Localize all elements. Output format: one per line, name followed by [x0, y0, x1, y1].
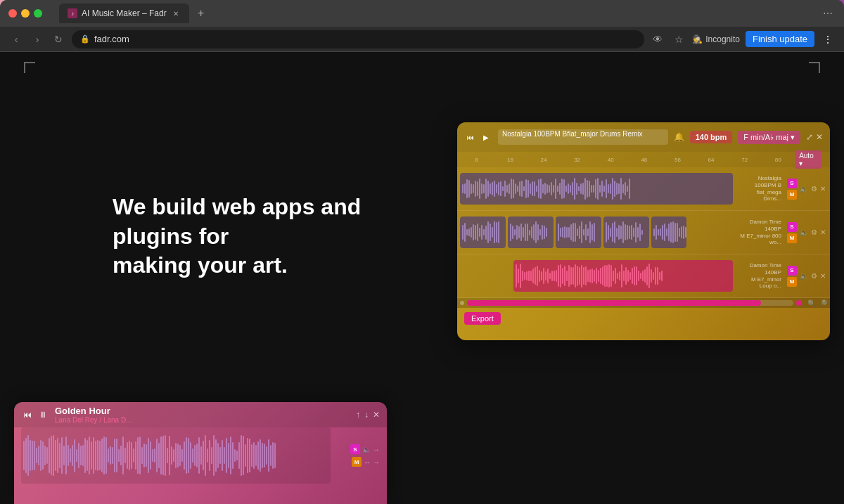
- bottom-play-button[interactable]: ⏸: [37, 408, 49, 421]
- track-2-volume-icon[interactable]: 🔈: [800, 228, 808, 236]
- track-2-mute-button[interactable]: M: [787, 233, 797, 243]
- bottom-mute-button[interactable]: M: [352, 457, 362, 467]
- track-3-knob-icon[interactable]: ⚙: [811, 272, 817, 280]
- privacy-eye-icon[interactable]: 👁: [650, 32, 665, 47]
- waveform-bars-3: [513, 260, 733, 292]
- refresh-button[interactable]: ↻: [51, 32, 66, 47]
- export-button[interactable]: Export: [464, 312, 501, 325]
- ruler-mark: 48: [627, 157, 661, 163]
- bottom-track-controls: S 🔈 → M ↔ →: [331, 444, 380, 467]
- waveform-block-2c: [556, 217, 601, 248]
- track-1-solo-button[interactable]: S: [787, 179, 797, 188]
- forward-button[interactable]: ›: [30, 32, 45, 47]
- active-tab[interactable]: ♪ AI Music Maker – Fadr ✕: [59, 4, 189, 23]
- key-badge[interactable]: F min/A♭ maj ▾: [738, 131, 800, 144]
- address-bar: ‹ › ↻ 🔒 fadr.com 👁 ☆ 🕵 Incognito Finish …: [0, 27, 844, 52]
- new-tab-button[interactable]: +: [192, 4, 210, 22]
- close-button[interactable]: [8, 9, 17, 18]
- track-lane-1: Nostalgia 100BPM B flat_mega Drms... S M…: [457, 167, 830, 211]
- title-bar-right-controls: ⋯: [820, 6, 836, 21]
- daw-title-text: Nostalgia 100BPM Bflat_major Drums Remix: [502, 130, 643, 138]
- bottom-send-icon[interactable]: ↔: [364, 458, 371, 466]
- bottom-prev-button[interactable]: ⏮: [21, 408, 34, 421]
- ruler-mark: 8: [460, 157, 494, 163]
- track-3-controls: Damon Time 140BP M E7_minor Loup o... S …: [738, 254, 830, 297]
- corner-decoration-tr: [802, 59, 823, 80]
- bottom-control-row-2: M ↔ →: [352, 457, 380, 467]
- bottom-waveform[interactable]: [21, 427, 331, 484]
- ruler-mark: 64: [694, 157, 728, 163]
- bottom-down-icon[interactable]: ↓: [364, 410, 369, 420]
- track-1-mute-button[interactable]: M: [787, 190, 797, 200]
- daw-bottom-header: ⏮ ⏸ Golden Hour Lana Del Rey / Lana D...…: [14, 402, 387, 427]
- maximize-button[interactable]: [34, 9, 42, 18]
- incognito-label: Incognito: [705, 34, 740, 44]
- bottom-track-subtitle: Lana Del Rey / Lana D...: [55, 416, 132, 424]
- track-3-more-icon[interactable]: ✕: [820, 272, 826, 280]
- ruler-mark: 40: [594, 157, 627, 163]
- tab-close-button[interactable]: ✕: [171, 8, 181, 18]
- daw-header: ⏮ ▶ Nostalgia 100BPM Bflat_major Drums R…: [457, 122, 830, 152]
- window-options-icon[interactable]: ⋯: [820, 6, 836, 21]
- daw-prev-button[interactable]: ⏮: [464, 131, 477, 143]
- bottom-route-icon[interactable]: →: [373, 458, 380, 466]
- track-2-sm-buttons: S M: [787, 222, 797, 243]
- auto-badge[interactable]: Auto ▾: [795, 150, 821, 169]
- bottom-arrow-icon[interactable]: →: [373, 446, 380, 453]
- track-1-more-icon[interactable]: ✕: [820, 185, 826, 193]
- track-3-mute-button[interactable]: M: [787, 277, 797, 287]
- bookmark-icon[interactable]: ☆: [671, 32, 686, 47]
- daw-close-icon[interactable]: ✕: [816, 132, 823, 142]
- daw-title-input[interactable]: Nostalgia 100BPM Bflat_major Drums Remix: [498, 129, 668, 145]
- track-2-solo-button[interactable]: S: [787, 222, 797, 232]
- track-waveform-area-2[interactable]: [457, 211, 738, 254]
- track-2-info: Damon Time 140BP M E7_minor 800 wo...: [738, 219, 781, 245]
- bottom-title-area: Golden Hour Lana Del Rey / Lana D...: [55, 406, 132, 424]
- daw-card-main: ⏮ ▶ Nostalgia 100BPM Bflat_major Drums R…: [457, 122, 830, 340]
- zoom-in-icon[interactable]: 🔍: [807, 299, 816, 307]
- waveform-bars-2e: [651, 217, 686, 248]
- scroll-thumb[interactable]: [467, 300, 793, 306]
- track-2-knob-icon[interactable]: ⚙: [811, 228, 817, 236]
- track-1-info: Nostalgia 100BPM B flat_mega Drms...: [738, 175, 781, 202]
- daw-transport: ⏮ ▶: [464, 131, 492, 143]
- bottom-up-icon[interactable]: ↑: [356, 410, 360, 420]
- page-content: We build web apps and plugins for making…: [0, 52, 844, 504]
- ruler-mark: 80: [761, 157, 795, 163]
- track-1-volume-icon[interactable]: 🔈: [800, 185, 808, 193]
- daw-bell-icon[interactable]: 🔔: [674, 132, 684, 142]
- track-waveform-area-3[interactable]: [457, 254, 738, 297]
- minimize-button[interactable]: [21, 9, 30, 18]
- hero-heading: We build web apps and plugins for making…: [113, 193, 394, 280]
- bpm-badge[interactable]: 140 bpm: [690, 131, 733, 143]
- zoom-out-icon[interactable]: 🔎: [819, 299, 827, 307]
- waveform-bars-1: [460, 173, 733, 205]
- browser-window: ♪ AI Music Maker – Fadr ✕ + ⋯ ‹ › ↻ 🔒 fa…: [0, 0, 844, 52]
- waveform-bars-2a: [460, 217, 506, 248]
- finish-update-button[interactable]: Finish update: [746, 31, 814, 47]
- daw-footer: Export: [457, 308, 830, 329]
- back-button[interactable]: ‹: [8, 32, 24, 47]
- ruler-mark: 72: [728, 157, 762, 163]
- track-waveform-area-1[interactable]: [457, 167, 738, 210]
- ruler-mark: 16: [494, 157, 528, 163]
- daw-scrollbar[interactable]: 🔍 🔎: [457, 298, 830, 308]
- waveform-bars-2b: [508, 217, 554, 248]
- tab-title: AI Music Maker – Fadr: [82, 8, 167, 18]
- bottom-volume-icon[interactable]: 🔈: [362, 446, 371, 453]
- daw-expand-icon[interactable]: ⤢: [806, 132, 813, 142]
- waveform-block-1: [460, 173, 733, 205]
- waveform-block-2b: [508, 217, 554, 248]
- more-options-button[interactable]: ⋮: [820, 32, 836, 47]
- track-2-more-icon[interactable]: ✕: [820, 228, 826, 236]
- bottom-close-icon[interactable]: ✕: [373, 410, 380, 420]
- bottom-solo-button[interactable]: S: [350, 444, 360, 454]
- track-3-solo-button[interactable]: S: [787, 266, 797, 276]
- track-1-knob-icon[interactable]: ⚙: [811, 185, 817, 193]
- bottom-header-controls: ↑ ↓ ✕: [356, 410, 380, 420]
- daw-play-button[interactable]: ▶: [480, 131, 492, 143]
- title-bar: ♪ AI Music Maker – Fadr ✕ + ⋯: [0, 0, 844, 27]
- track-3-info: Damon Time 140BP M E7_minor Loup o...: [738, 262, 781, 289]
- url-bar[interactable]: 🔒 fadr.com: [72, 30, 644, 49]
- track-3-volume-icon[interactable]: 🔈: [800, 272, 808, 280]
